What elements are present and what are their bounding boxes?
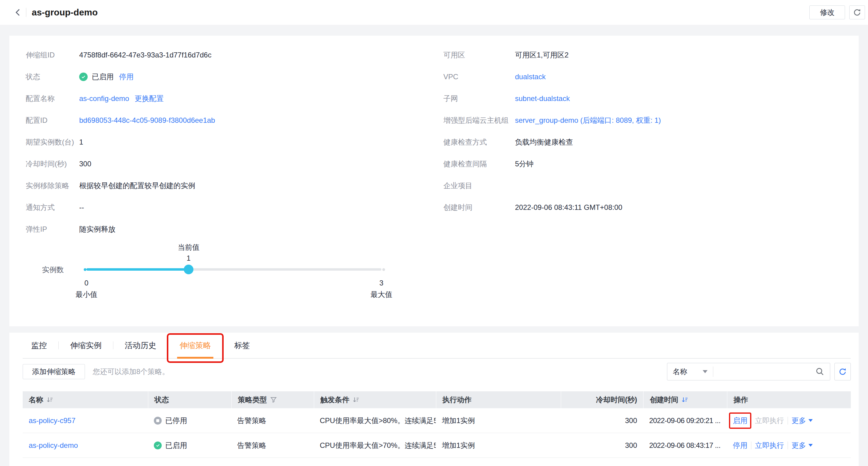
policy-cooldown-text: 300: [625, 416, 637, 425]
more-actions-link[interactable]: 更多: [792, 441, 806, 450]
field-group-id: 伸缩组ID 4758f8df-6642-47e3-93a3-1d77f16d7d…: [26, 44, 443, 66]
status-text: 已启用: [92, 72, 114, 82]
slider-min-value: 0: [84, 279, 88, 287]
op-divider: [787, 441, 788, 449]
tab-monitoring[interactable]: 监控: [23, 333, 55, 358]
col-header-ops: 操作: [727, 391, 851, 408]
table-refresh-button[interactable]: [834, 363, 851, 380]
back-button[interactable]: [12, 6, 24, 19]
policy-action-text: 增加1实例: [442, 441, 475, 450]
modify-button[interactable]: 修改: [809, 5, 845, 19]
policy-name-link[interactable]: as-policy-demo: [29, 441, 78, 450]
col-header-label: 名称: [29, 395, 43, 405]
slider-max-dot: [382, 268, 385, 271]
col-header-label: 触发条件: [320, 395, 349, 405]
col-header-created: 创建时间: [643, 391, 727, 408]
col-header-trigger: 触发条件: [314, 391, 436, 408]
execute-now-link-disabled: 立即执行: [755, 416, 784, 426]
config-id-link[interactable]: bd698053-448c-4c05-9089-f3800d6ee1ab: [79, 116, 215, 124]
policies-table: 名称 状态 策略类型 触发条件 执行动作: [23, 391, 851, 458]
policy-ops-cell: 启用 立即执行 更多: [727, 408, 851, 433]
check-circle-icon: [79, 72, 88, 81]
policy-search-combo: 名称: [667, 363, 830, 380]
op-divider: [787, 417, 788, 425]
health-interval-value: 5分钟: [515, 159, 533, 169]
eip-value: 随实例释放: [79, 224, 116, 234]
field-config-name: 配置名称 as-config-demo 更换配置: [26, 88, 443, 110]
search-field-select[interactable]: 名称: [667, 363, 713, 380]
tab-label: 伸缩策略: [180, 340, 211, 351]
field-health-method: 健康检查方式 负载均衡健康检查: [443, 131, 859, 153]
field-removal-policy: 实例移除策略 根据较早创建的配置较早创建的实例: [26, 175, 443, 197]
op-divider: [751, 441, 751, 449]
caret-down-icon: [808, 444, 813, 447]
policy-status-text: 已启用: [165, 441, 187, 450]
disable-group-link[interactable]: 停用: [119, 72, 133, 82]
field-label: 配置ID: [26, 116, 79, 125]
slider-handle[interactable]: [184, 265, 193, 274]
enable-policy-link[interactable]: 启用: [733, 416, 747, 426]
disable-policy-link[interactable]: 停用: [733, 441, 747, 450]
field-label: 通知方式: [26, 203, 79, 212]
col-header-label: 创建时间: [650, 395, 678, 405]
group-id-value: 4758f8df-6642-47e3-93a3-1d77f16d7d6c: [79, 51, 212, 59]
tab-label: 活动历史: [125, 340, 156, 351]
field-label: 期望实例数(台): [26, 137, 79, 147]
policy-name-link[interactable]: as-policy-c957: [29, 416, 75, 425]
sort-icon[interactable]: [46, 396, 54, 403]
slider-track[interactable]: [87, 268, 381, 271]
vpc-link[interactable]: dualstack: [515, 72, 546, 81]
policy-search-input[interactable]: [713, 363, 815, 380]
col-header-cooldown: 冷却时间(秒): [561, 391, 643, 408]
search-icon[interactable]: [815, 367, 825, 376]
tab-scaling-policies[interactable]: 伸缩策略: [171, 333, 219, 358]
page-refresh-button[interactable]: [849, 5, 865, 19]
overview-details: 伸缩组ID 4758f8df-6642-47e3-93a3-1d77f16d7d…: [9, 36, 859, 307]
removal-policy-value: 根据较早创建的配置较早创建的实例: [79, 181, 195, 191]
field-label: 配置名称: [26, 94, 79, 104]
field-label: 健康检查方式: [443, 137, 515, 147]
policy-created-cell: 2022-09-06 09:20:21 ...: [643, 408, 727, 433]
slider-max-label: 最大值: [371, 290, 392, 299]
tab-scaling-instances[interactable]: 伸缩实例: [62, 333, 110, 358]
change-config-link[interactable]: 更换配置: [134, 94, 163, 104]
backend-group-link[interactable]: server_group-demo (后端端口: 8089, 权重: 1): [515, 116, 661, 125]
sort-icon[interactable]: [352, 396, 360, 403]
policy-type-text: 告警策略: [237, 441, 266, 450]
policy-cooldown-text: 300: [625, 441, 637, 450]
config-name-link[interactable]: as-config-demo: [79, 94, 129, 103]
tab-label: 监控: [31, 340, 47, 351]
add-policy-button[interactable]: 添加伸缩策略: [23, 364, 85, 379]
field-status: 状态 已启用 停用: [26, 66, 443, 88]
tab-label: 伸缩实例: [70, 340, 101, 351]
col-header-type: 策略类型: [231, 391, 314, 408]
tab-tags[interactable]: 标签: [226, 333, 258, 358]
sort-icon-active[interactable]: [681, 396, 688, 403]
caret-down-icon: [808, 419, 813, 422]
col-header-action: 执行动作: [436, 391, 561, 408]
slider-max-value: 3: [379, 279, 383, 287]
overview-card: 伸缩组ID 4758f8df-6642-47e3-93a3-1d77f16d7d…: [9, 36, 859, 326]
table-row: as-policy-c957 已停用 告警策略 CPU使用率最大值>80%。连续…: [23, 408, 851, 433]
config-name-value: as-config-demo 更换配置: [79, 94, 163, 104]
policy-created-text: 2022-09-06 09:20:21 ...: [649, 416, 720, 425]
policy-action-text: 增加1实例: [442, 416, 475, 426]
subnet-link[interactable]: subnet-dualstack: [515, 94, 570, 103]
more-actions-link[interactable]: 更多: [792, 416, 806, 426]
policy-trigger-cell: CPU使用率最大值>70%。连续满足5...: [314, 433, 436, 458]
tab-activity-history[interactable]: 活动历史: [116, 333, 165, 358]
policy-toolbar: 添加伸缩策略 您还可以添加8个策略。 名称: [23, 362, 851, 381]
field-label: 弹性IP: [26, 224, 79, 234]
az-value: 可用区1,可用区2: [515, 50, 568, 60]
as-group-detail-page: { "header": { "title": "as-group-demo", …: [0, 0, 868, 466]
field-desired-count: 期望实例数(台) 1: [26, 131, 443, 153]
execute-now-link[interactable]: 立即执行: [755, 441, 784, 450]
policy-quota-hint: 您还可以添加8个策略。: [93, 367, 169, 377]
field-eip: 弹性IP 随实例释放: [26, 219, 443, 240]
policy-created-text: 2022-09-06 08:43:17 ...: [649, 441, 720, 450]
col-header-label: 冷却时间(秒): [596, 395, 637, 405]
slider-current-label: 当前值: [178, 242, 199, 252]
field-az: 可用区 可用区1,可用区2: [443, 44, 859, 66]
funnel-icon[interactable]: [270, 396, 277, 403]
check-circle-icon: [154, 441, 162, 449]
